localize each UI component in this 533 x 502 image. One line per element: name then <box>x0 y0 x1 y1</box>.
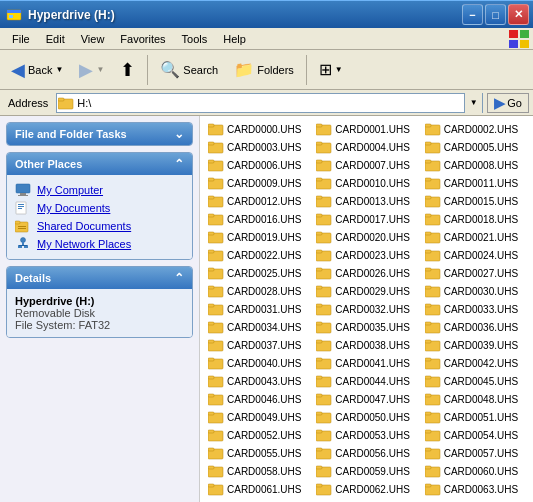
list-item[interactable]: CARD0046.UHS <box>204 390 312 408</box>
list-item[interactable]: CARD0049.UHS <box>204 408 312 426</box>
list-item[interactable]: CARD0013.UHS <box>312 192 420 210</box>
minimize-button[interactable]: − <box>462 4 483 25</box>
search-button[interactable]: 🔍 Search <box>153 56 225 83</box>
svg-rect-4 <box>520 30 529 38</box>
list-item[interactable]: CARD0026.UHS <box>312 264 420 282</box>
list-item[interactable]: CARD0010.UHS <box>312 174 420 192</box>
svg-rect-96 <box>425 322 431 325</box>
close-button[interactable]: ✕ <box>508 4 529 25</box>
list-item[interactable]: CARD0057.UHS <box>421 444 529 462</box>
file-folder-tasks-header[interactable]: File and Folder Tasks ⌄ <box>7 123 192 145</box>
svg-rect-140 <box>208 466 214 469</box>
maximize-button[interactable]: □ <box>485 4 506 25</box>
list-item[interactable]: CARD0054.UHS <box>421 426 529 444</box>
list-item[interactable]: CARD0030.UHS <box>421 282 529 300</box>
list-item[interactable]: CARD0051.UHS <box>421 408 529 426</box>
list-item[interactable]: CARD0018.UHS <box>421 210 529 228</box>
list-item[interactable]: CARD0011.UHS <box>421 174 529 192</box>
folders-button[interactable]: 📁 Folders <box>227 56 301 83</box>
list-item[interactable]: CARD0008.UHS <box>421 156 529 174</box>
my-network-places-link[interactable]: My Network Places <box>15 235 184 253</box>
file-folder-icon <box>208 428 224 442</box>
list-item[interactable]: CARD0062.UHS <box>312 480 420 498</box>
list-item[interactable]: CARD0052.UHS <box>204 426 312 444</box>
list-item[interactable]: CARD0035.UHS <box>312 318 420 336</box>
svg-rect-150 <box>425 484 431 487</box>
list-item[interactable]: CARD0001.UHS <box>312 120 420 138</box>
list-item[interactable]: CARD0053.UHS <box>312 426 420 444</box>
menu-file[interactable]: File <box>4 31 38 47</box>
list-item[interactable]: CARD0007.UHS <box>312 156 420 174</box>
file-folder-icon <box>208 338 224 352</box>
details-header[interactable]: Details ⌃ <box>7 267 192 289</box>
views-button[interactable]: ⊞ ▼ <box>312 56 350 83</box>
list-item[interactable]: CARD0017.UHS <box>312 210 420 228</box>
menu-edit[interactable]: Edit <box>38 31 73 47</box>
list-item[interactable]: CARD0006.UHS <box>204 156 312 174</box>
list-item[interactable]: CARD0055.UHS <box>204 444 312 462</box>
search-label: Search <box>183 64 218 76</box>
list-item[interactable]: CARD0033.UHS <box>421 300 529 318</box>
list-item[interactable]: CARD0016.UHS <box>204 210 312 228</box>
list-item[interactable]: CARD0047.UHS <box>312 390 420 408</box>
list-item[interactable]: CARD0031.UHS <box>204 300 312 318</box>
svg-rect-72 <box>425 250 431 253</box>
list-item[interactable]: CARD0022.UHS <box>204 246 312 264</box>
list-item[interactable]: CARD0058.UHS <box>204 462 312 480</box>
list-item[interactable]: CARD0063.UHS <box>421 480 529 498</box>
list-item[interactable]: CARD0044.UHS <box>312 372 420 390</box>
list-item[interactable]: CARD0056.UHS <box>312 444 420 462</box>
list-item[interactable]: CARD0059.UHS <box>312 462 420 480</box>
list-item[interactable]: CARD0043.UHS <box>204 372 312 390</box>
list-item[interactable]: CARD0061.UHS <box>204 480 312 498</box>
list-item[interactable]: CARD0034.UHS <box>204 318 312 336</box>
list-item[interactable]: CARD0005.UHS <box>421 138 529 156</box>
go-button[interactable]: ▶ Go <box>487 93 529 113</box>
address-dropdown-icon[interactable]: ▼ <box>464 93 482 113</box>
file-folder-icon <box>425 266 441 280</box>
list-item[interactable]: CARD0024.UHS <box>421 246 529 264</box>
list-item[interactable]: CARD0032.UHS <box>312 300 420 318</box>
list-item[interactable]: CARD0015.UHS <box>421 192 529 210</box>
list-item[interactable]: CARD0012.UHS <box>204 192 312 210</box>
list-item[interactable]: CARD0025.UHS <box>204 264 312 282</box>
list-item[interactable]: CARD0045.UHS <box>421 372 529 390</box>
file-folder-icon <box>208 158 224 172</box>
file-folder-icon <box>425 338 441 352</box>
list-item[interactable]: CARD0019.UHS <box>204 228 312 246</box>
list-item[interactable]: CARD0004.UHS <box>312 138 420 156</box>
up-button[interactable]: ⬆ <box>113 55 142 85</box>
list-item[interactable]: CARD0037.UHS <box>204 336 312 354</box>
list-item[interactable]: CARD0029.UHS <box>312 282 420 300</box>
forward-button[interactable]: ▶ ▼ <box>72 55 111 85</box>
other-places-header[interactable]: Other Places ⌃ <box>7 153 192 175</box>
list-item[interactable]: CARD0009.UHS <box>204 174 312 192</box>
my-documents-link[interactable]: My Documents <box>15 199 184 217</box>
list-item[interactable]: CARD0003.UHS <box>204 138 312 156</box>
list-item[interactable]: CARD0036.UHS <box>421 318 529 336</box>
menu-help[interactable]: Help <box>215 31 254 47</box>
list-item[interactable]: CARD0042.UHS <box>421 354 529 372</box>
list-item[interactable]: CARD0023.UHS <box>312 246 420 264</box>
list-item[interactable]: CARD0002.UHS <box>421 120 529 138</box>
address-input[interactable] <box>75 96 464 110</box>
back-button[interactable]: ◀ Back ▼ <box>4 55 70 85</box>
menu-view[interactable]: View <box>73 31 113 47</box>
list-item[interactable]: CARD0021.UHS <box>421 228 529 246</box>
list-item[interactable]: CARD0041.UHS <box>312 354 420 372</box>
list-item[interactable]: CARD0050.UHS <box>312 408 420 426</box>
my-documents-label: My Documents <box>37 202 110 214</box>
list-item[interactable]: CARD0020.UHS <box>312 228 420 246</box>
my-computer-link[interactable]: My Computer <box>15 181 184 199</box>
menu-tools[interactable]: Tools <box>174 31 216 47</box>
list-item[interactable]: CARD0028.UHS <box>204 282 312 300</box>
shared-documents-link[interactable]: Shared Documents <box>15 217 184 235</box>
list-item[interactable]: CARD0060.UHS <box>421 462 529 480</box>
list-item[interactable]: CARD0027.UHS <box>421 264 529 282</box>
list-item[interactable]: CARD0038.UHS <box>312 336 420 354</box>
list-item[interactable]: CARD0039.UHS <box>421 336 529 354</box>
menu-favorites[interactable]: Favorites <box>112 31 173 47</box>
list-item[interactable]: CARD0000.UHS <box>204 120 312 138</box>
list-item[interactable]: CARD0040.UHS <box>204 354 312 372</box>
list-item[interactable]: CARD0048.UHS <box>421 390 529 408</box>
